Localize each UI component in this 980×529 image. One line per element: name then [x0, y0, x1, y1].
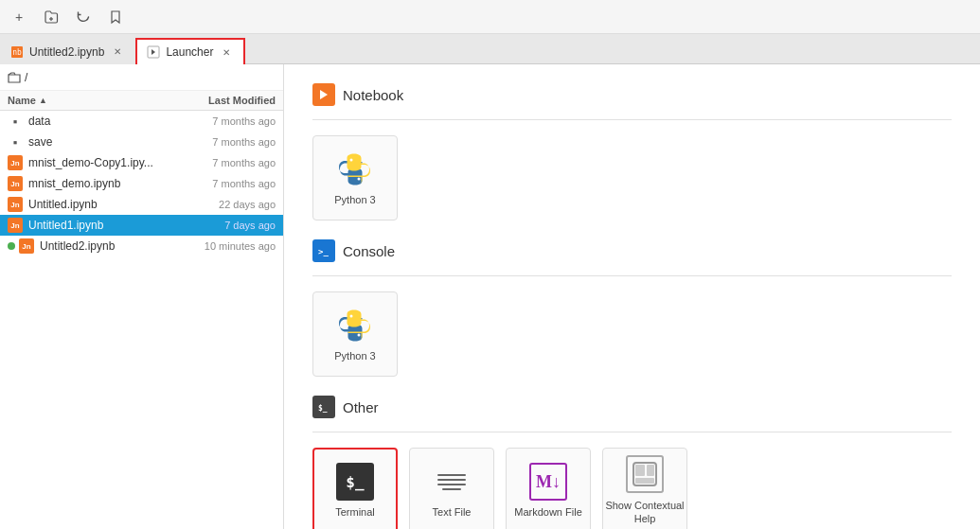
python-console-icon: [336, 307, 374, 344]
svg-text:>_: >_: [318, 247, 329, 256]
file-name: data: [28, 115, 171, 128]
notebook-divider: [312, 119, 952, 120]
tab-launcher[interactable]: Launcher ✕: [135, 38, 245, 64]
list-item[interactable]: ▪ save 7 months ago: [0, 132, 283, 152]
svg-point-7: [358, 178, 361, 181]
list-item[interactable]: ▪ data 7 months ago: [0, 111, 283, 132]
terminal-icon: $_: [336, 463, 374, 501]
notebook-icon: Jn: [19, 238, 34, 254]
file-list: ▪ data 7 months ago ▪ save 7 months ago …: [0, 111, 283, 529]
notebook-icon: Jn: [8, 176, 23, 191]
contextual-help-card[interactable]: Show Contextual Help: [602, 448, 687, 529]
toolbar: +: [0, 0, 980, 34]
tabs-bar: nb Untitled2.ipynb ✕ Launcher ✕: [0, 34, 980, 64]
notebook-icon: Jn: [8, 197, 23, 212]
file-date: 7 days ago: [171, 220, 276, 231]
file-date: 7 months ago: [171, 178, 276, 189]
breadcrumb-path: /: [25, 71, 27, 84]
markdown-file-label: Markdown File: [514, 506, 582, 518]
other-cards: $_ Terminal Text File M↓ Markdown File: [312, 448, 952, 529]
file-date: 22 days ago: [171, 199, 276, 210]
close-tab-untitled2[interactable]: ✕: [110, 44, 125, 60]
notebook-icon: Jn: [8, 155, 23, 170]
launcher-content: Notebook Python 3 >_ Console: [284, 64, 980, 529]
other-divider: [312, 432, 952, 432]
refresh-button[interactable]: [72, 6, 95, 28]
notebook-section-icon: [312, 83, 335, 106]
svg-point-9: [350, 315, 353, 318]
file-date: 7 months ago: [171, 115, 276, 127]
python3-notebook-card[interactable]: Python 3: [312, 135, 398, 220]
python-icon: [336, 150, 374, 188]
console-cards: Python 3: [312, 291, 952, 377]
file-name: save: [28, 135, 171, 149]
file-name: mnist_demo-Copy1.ipy...: [28, 156, 171, 169]
svg-rect-13: [635, 465, 645, 476]
console-section-header: >_ Console: [312, 239, 952, 262]
file-name: Untitled1.ipynb: [28, 219, 171, 232]
folder-icon: ▪: [8, 114, 23, 129]
sort-arrow-icon: ▲: [39, 96, 47, 105]
file-date: 7 months ago: [171, 157, 276, 168]
text-file-card[interactable]: Text File: [409, 448, 494, 529]
running-indicator: [8, 242, 15, 250]
list-item[interactable]: Jn Untitled.ipynb 22 days ago: [0, 194, 283, 215]
list-item[interactable]: Jn Untitled2.ipynb 10 minutes ago: [0, 236, 283, 256]
svg-text:nb: nb: [12, 48, 22, 57]
file-list-header: Name ▲ Last Modified: [0, 91, 283, 111]
notebook-tab-icon: nb: [10, 45, 24, 59]
tab-untitled2[interactable]: nb Untitled2.ipynb ✕: [0, 38, 135, 64]
launcher-tab-icon: [147, 45, 160, 59]
svg-rect-15: [635, 478, 654, 484]
column-modified: Last Modified: [171, 95, 276, 106]
other-section-icon: $_: [312, 396, 335, 418]
notebook-section-header: Notebook: [312, 83, 952, 106]
file-browser-sidebar: / Name ▲ Last Modified ▪ data 7 months a…: [0, 64, 284, 529]
list-item[interactable]: Jn mnist_demo.ipynb 7 months ago: [0, 173, 283, 194]
tab-label-launcher: Launcher: [166, 45, 213, 59]
terminal-card[interactable]: $_ Terminal: [312, 448, 398, 529]
console-section-icon: >_: [312, 239, 335, 262]
svg-marker-5: [320, 90, 328, 99]
svg-text:$_: $_: [318, 404, 328, 413]
file-name: Untitled2.ipynb: [40, 239, 171, 253]
new-folder-button[interactable]: [40, 6, 62, 28]
new-tab-button[interactable]: +: [8, 6, 30, 28]
markdown-file-card[interactable]: M↓ Markdown File: [506, 448, 591, 529]
console-section-title: Console: [343, 243, 395, 259]
other-section-title: Other: [343, 399, 379, 415]
close-tab-launcher[interactable]: ✕: [219, 44, 234, 60]
svg-point-10: [358, 334, 361, 337]
tab-label-untitled2: Untitled2.ipynb: [29, 45, 104, 59]
python3-notebook-label: Python 3: [334, 194, 375, 205]
list-item[interactable]: Jn Untitled1.ipynb 7 days ago: [0, 215, 283, 236]
text-file-label: Text File: [433, 506, 472, 518]
help-icon: [626, 455, 664, 493]
svg-rect-14: [647, 465, 654, 476]
notebook-cards: Python 3: [312, 135, 952, 220]
column-name: Name ▲: [8, 95, 171, 106]
breadcrumb: /: [0, 64, 283, 91]
svg-point-6: [350, 159, 353, 162]
other-section-header: $_ Other: [312, 396, 952, 418]
file-date: 10 minutes ago: [171, 240, 276, 252]
text-file-icon: [435, 463, 469, 501]
folder-icon: ▪: [8, 134, 23, 150]
bookmark-button[interactable]: [104, 6, 127, 28]
file-date: 7 months ago: [171, 136, 276, 148]
main-layout: / Name ▲ Last Modified ▪ data 7 months a…: [0, 64, 980, 529]
console-divider: [312, 275, 952, 276]
python3-console-card[interactable]: Python 3: [312, 291, 398, 377]
file-name: mnist_demo.ipynb: [28, 177, 171, 190]
list-item[interactable]: Jn mnist_demo-Copy1.ipy... 7 months ago: [0, 152, 283, 173]
markdown-icon: M↓: [529, 463, 567, 501]
contextual-help-label: Show Contextual Help: [603, 499, 686, 526]
file-name: Untitled.ipynb: [28, 198, 171, 211]
notebook-section-title: Notebook: [343, 87, 403, 103]
terminal-label: Terminal: [335, 506, 375, 518]
notebook-icon: Jn: [8, 218, 23, 233]
python3-console-label: Python 3: [334, 350, 375, 361]
